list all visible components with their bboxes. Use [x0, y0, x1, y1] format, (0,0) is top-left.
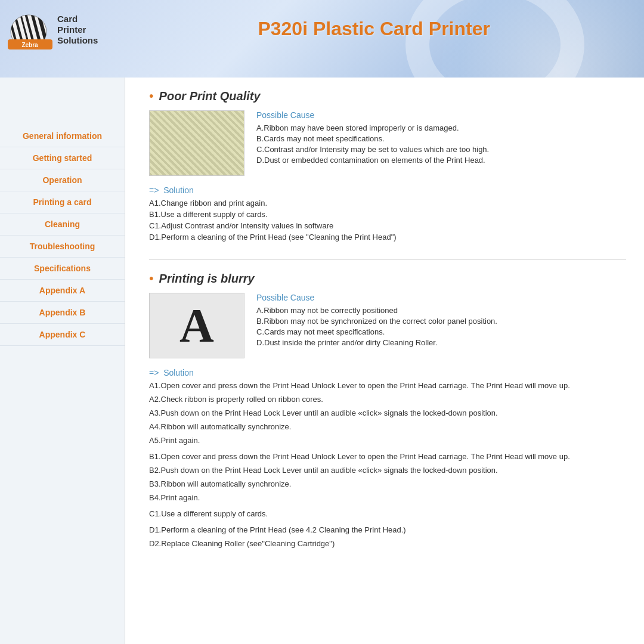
solution-group-a: A1.Open cover and press down the Print H…: [149, 381, 626, 445]
sidebar-item-troubleshooting[interactable]: Troubleshooting: [0, 236, 125, 258]
header: Zebra Card Printer Solutions P320i Plast…: [0, 0, 644, 78]
section-printing-is-blurry: • Printing is blurry A Possible Cause A.…: [149, 272, 626, 548]
solution-line: A4.Ribbon will automatically synchronize…: [149, 422, 626, 431]
logo-area: Zebra Card Printer Solutions: [0, 0, 104, 60]
sidebar-item-specifications[interactable]: Specifications: [0, 258, 125, 280]
solution-title-1: => Solution: [149, 185, 626, 195]
solution-line: A2.Check ribbon is properly rolled on ri…: [149, 395, 626, 404]
sidebar-item-printing-a-card[interactable]: Printing a card: [0, 191, 125, 213]
solution-line: B1.Open cover and press down the Print H…: [149, 452, 626, 461]
solution-line: B4.Print again.: [149, 493, 626, 502]
sidebar-item-appendix-c[interactable]: Appendix C: [0, 324, 125, 346]
main-content: • Poor Print Quality Possible Cause A.Ri…: [125, 78, 644, 644]
cause-item: D.Dust or embedded contamination on elem…: [256, 156, 626, 165]
solution-item: B1.Use a different supply of cards.: [149, 210, 626, 219]
sidebar-item-operation[interactable]: Operation: [0, 169, 125, 191]
solution-line: A1.Open cover and press down the Print H…: [149, 381, 626, 390]
section-title-poor-print-quality: • Poor Print Quality: [149, 89, 626, 103]
cause-item: B.Cards may not meet specifications.: [256, 134, 626, 143]
cause-list-1: A.Ribbon may have been stored improperly…: [256, 123, 626, 165]
sidebar-item-appendix-b[interactable]: Appendix B: [0, 302, 125, 324]
cause-item: A.Ribbon may not be correctly positioned: [256, 306, 626, 315]
cause-item: A.Ribbon may have been stored improperly…: [256, 123, 626, 132]
arrow-prefix: =>: [149, 185, 159, 195]
possible-cause-title-2: Possible Cause: [256, 293, 626, 302]
solution-group-d: D1.Perform a cleaning of the Print Head …: [149, 525, 626, 548]
solution-line: D2.Replace Cleaning Roller (see"Cleaning…: [149, 539, 626, 548]
sidebar-item-getting-started[interactable]: Getting started: [0, 147, 125, 169]
solution-line: B2.Push down on the Print Head Lock Leve…: [149, 466, 626, 475]
causes-solutions-1: Possible Cause A.Ribbon may have been st…: [256, 110, 626, 176]
possible-cause-title-1: Possible Cause: [256, 110, 626, 120]
sidebar-item-appendix-a[interactable]: Appendix A: [0, 280, 125, 302]
section-image-hatched: [149, 110, 244, 176]
section-poor-print-quality: • Poor Print Quality Possible Cause A.Ri…: [149, 89, 626, 242]
brand-line2: Printer: [57, 24, 98, 35]
section-image-letter-a: A: [149, 293, 244, 358]
cause-item: B.Ribbon may not be synchronized on the …: [256, 317, 626, 326]
sidebar-item-cleaning[interactable]: Cleaning: [0, 213, 125, 236]
solution-item: A1.Change ribbon and print again.: [149, 199, 626, 208]
svg-text:Zebra: Zebra: [21, 42, 38, 48]
zebra-logo: Zebra: [6, 9, 54, 51]
cause-list-2: A.Ribbon may not be correctly positioned…: [256, 306, 626, 347]
solution-block-2: => Solution A1.Open cover and press down…: [149, 368, 626, 548]
solution-line: C1.Use a different supply of cards.: [149, 509, 626, 518]
sidebar-item-general-information[interactable]: General information: [0, 125, 125, 147]
solution-item: C1.Adjust Contrast and/or Intensity valu…: [149, 221, 626, 230]
section-divider: [149, 259, 626, 260]
solution-item: D1.Perform a cleaning of the Print Head …: [149, 233, 626, 242]
cause-item: D.Dust inside the printer and/or dirty C…: [256, 338, 626, 347]
cause-item: C.Cards may not meet specifications.: [256, 327, 626, 336]
solution-title-2: => Solution: [149, 368, 626, 377]
sidebar: General information Getting started Oper…: [0, 78, 125, 644]
section-inner-1: Possible Cause A.Ribbon may have been st…: [149, 110, 626, 176]
solution-line: B3.Ribbon will automatically synchronize…: [149, 479, 626, 488]
bullet-icon: •: [149, 89, 153, 103]
arrow-prefix-2: =>: [149, 368, 159, 377]
brand-line1: Card: [57, 14, 98, 24]
solution-line: A5.Print again.: [149, 436, 626, 445]
solution-line: A3.Push down on the Print Head Lock Leve…: [149, 408, 626, 417]
header-title-area: P320i Plastic Card Printer: [104, 0, 644, 40]
section-inner-2: A Possible Cause A.Ribbon may not be cor…: [149, 293, 626, 358]
solution-block-1: => Solution A1.Change ribbon and print a…: [149, 185, 626, 242]
solution-list-1: A1.Change ribbon and print again. B1.Use…: [149, 199, 626, 242]
cause-item: C.Contrast and/or Intensity may be set t…: [256, 145, 626, 154]
brand-text: Card Printer Solutions: [57, 14, 98, 46]
solution-line: D1.Perform a cleaning of the Print Head …: [149, 525, 626, 534]
layout: General information Getting started Oper…: [0, 78, 644, 644]
brand-line3: Solutions: [57, 35, 98, 46]
solution-group-c: C1.Use a different supply of cards.: [149, 509, 626, 518]
section-title-printing-is-blurry: • Printing is blurry: [149, 272, 626, 286]
causes-solutions-2: Possible Cause A.Ribbon may not be corre…: [256, 293, 626, 358]
page-title: P320i Plastic Card Printer: [258, 18, 490, 40]
solution-group-b: B1.Open cover and press down the Print H…: [149, 452, 626, 502]
bullet-icon-2: •: [149, 272, 153, 285]
